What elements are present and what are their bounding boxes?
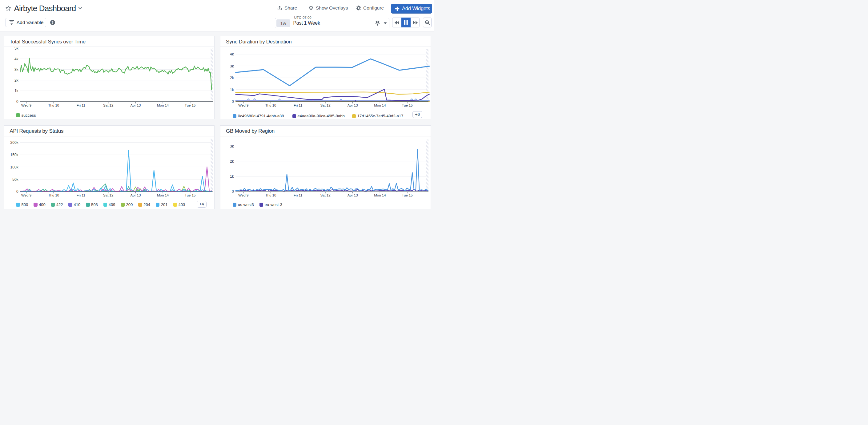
svg-text:2k: 2k — [230, 76, 234, 80]
svg-text:Thu 10: Thu 10 — [265, 193, 276, 197]
svg-text:Apr 13: Apr 13 — [347, 193, 358, 197]
svg-text:Tue 15: Tue 15 — [185, 103, 195, 107]
svg-text:Wed 9: Wed 9 — [238, 193, 248, 197]
svg-text:Wed 9: Wed 9 — [21, 193, 31, 197]
svg-text:0: 0 — [232, 189, 234, 194]
svg-text:4k: 4k — [230, 52, 234, 56]
svg-text:Mon 14: Mon 14 — [157, 103, 169, 107]
svg-text:2k: 2k — [14, 78, 19, 83]
svg-text:Sat 12: Sat 12 — [320, 103, 330, 107]
svg-text:Sat 12: Sat 12 — [320, 193, 330, 197]
svg-text:Wed 9: Wed 9 — [238, 103, 248, 107]
svg-text:0: 0 — [232, 99, 234, 104]
svg-text:2k: 2k — [230, 159, 234, 163]
svg-text:3k: 3k — [14, 67, 19, 72]
svg-text:Apr 13: Apr 13 — [130, 103, 141, 107]
svg-text:Apr 13: Apr 13 — [130, 193, 141, 197]
svg-text:Sat 12: Sat 12 — [103, 103, 113, 107]
svg-text:1k: 1k — [14, 89, 19, 93]
svg-text:1k: 1k — [230, 88, 234, 92]
svg-text:Tue 15: Tue 15 — [402, 193, 412, 197]
svg-text:5k: 5k — [14, 47, 19, 51]
svg-text:Thu 10: Thu 10 — [48, 103, 59, 107]
svg-text:150k: 150k — [10, 153, 19, 157]
svg-text:100k: 100k — [10, 165, 19, 169]
svg-text:Fri 11: Fri 11 — [293, 103, 303, 107]
svg-text:Mon 14: Mon 14 — [374, 193, 386, 197]
svg-text:Tue 15: Tue 15 — [185, 193, 195, 197]
svg-text:Tue 15: Tue 15 — [402, 103, 412, 107]
svg-text:3k: 3k — [230, 144, 234, 148]
svg-text:Fri 11: Fri 11 — [293, 193, 303, 197]
svg-text:4k: 4k — [14, 57, 19, 61]
svg-text:Thu 10: Thu 10 — [48, 193, 59, 197]
svg-text:Fri 11: Fri 11 — [76, 103, 86, 107]
svg-text:0: 0 — [16, 99, 19, 104]
svg-text:200k: 200k — [10, 141, 19, 145]
svg-text:Sat 12: Sat 12 — [103, 193, 113, 197]
svg-text:Wed 9: Wed 9 — [21, 103, 31, 107]
svg-text:50k: 50k — [12, 177, 19, 181]
svg-text:Mon 14: Mon 14 — [157, 193, 169, 197]
svg-text:Thu 10: Thu 10 — [265, 103, 276, 107]
svg-text:Apr 13: Apr 13 — [347, 103, 358, 107]
svg-text:Mon 14: Mon 14 — [374, 103, 386, 107]
svg-text:0: 0 — [16, 189, 19, 194]
svg-text:1k: 1k — [230, 174, 234, 179]
svg-text:Fri 11: Fri 11 — [76, 193, 86, 197]
svg-text:3k: 3k — [230, 64, 234, 68]
